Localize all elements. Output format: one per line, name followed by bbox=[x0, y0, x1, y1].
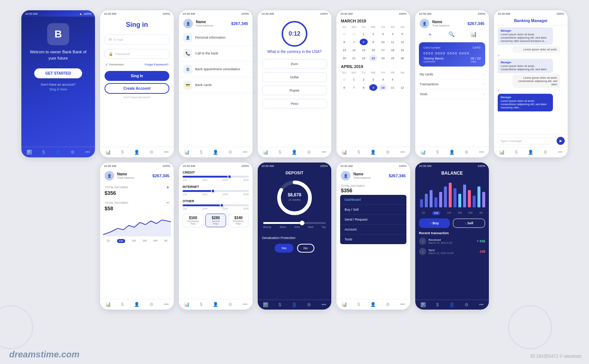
nav-settings-icon-10[interactable]: ⚙ bbox=[307, 302, 311, 307]
nav-settings-icon-8[interactable]: ⚙ bbox=[149, 302, 154, 307]
nav-settings-icon-12[interactable]: ⚙ bbox=[465, 302, 469, 307]
forgot-link[interactable]: Forget Password? bbox=[145, 63, 169, 66]
password-field[interactable]: 🔒 Password bbox=[105, 49, 169, 59]
nav-dollar-icon-3[interactable]: $ bbox=[200, 150, 202, 155]
nav-person-icon-3[interactable]: 👤 bbox=[213, 150, 218, 155]
dropdown-tools[interactable]: Tools bbox=[340, 235, 406, 244]
balance-tab-1d[interactable]: 1D bbox=[422, 211, 425, 215]
dropdown-buysell[interactable]: Buy / Sell bbox=[340, 205, 406, 215]
income-minus-btn[interactable]: − bbox=[166, 200, 169, 206]
nav-settings-icon-5[interactable]: ⚙ bbox=[386, 150, 390, 155]
nav-dollar-icon-8[interactable]: $ bbox=[121, 302, 124, 307]
nav-chart-icon-11[interactable]: 📊 bbox=[342, 302, 347, 307]
nav-more-icon-5[interactable]: ••• bbox=[400, 150, 405, 155]
nav-person-icon-12[interactable]: 👤 bbox=[449, 302, 455, 307]
nav-chart-icon-8[interactable]: 📊 bbox=[105, 302, 111, 307]
nav-dollar-icon-4[interactable]: $ bbox=[279, 150, 281, 155]
nav-settings-icon-9[interactable]: ⚙ bbox=[228, 302, 232, 307]
tab-all-8[interactable]: All bbox=[164, 239, 167, 243]
nav-chart-icon-5[interactable]: 📊 bbox=[342, 150, 347, 155]
balance-tab-all[interactable]: All bbox=[479, 211, 483, 215]
balance-tab-1w[interactable]: 1W bbox=[432, 211, 440, 215]
nav-dollar-icon-6[interactable]: $ bbox=[436, 150, 439, 155]
nav-more-icon-6[interactable]: ••• bbox=[479, 150, 484, 155]
nav-person-icon-1[interactable]: 👤 bbox=[55, 150, 61, 155]
send-button[interactable]: ▶ bbox=[557, 137, 565, 145]
get-started-button[interactable]: GET STARTED bbox=[34, 68, 82, 78]
balance-tab-3m[interactable]: 3M bbox=[458, 211, 462, 215]
nav-chart-icon-3[interactable]: 📊 bbox=[184, 150, 190, 155]
nav-settings-icon-3[interactable]: ⚙ bbox=[228, 150, 232, 155]
quiz-option-peso[interactable]: Peso bbox=[262, 99, 327, 108]
sell-button[interactable]: ↓ Sell bbox=[453, 218, 485, 228]
menu-item-cards[interactable]: 💳 Bank cards bbox=[179, 77, 253, 93]
nav-settings-icon-1[interactable]: ⚙ bbox=[71, 150, 75, 155]
menu-item-call[interactable]: 📞 Call to the bank bbox=[179, 46, 253, 61]
nav-chart-icon-1[interactable]: 📊 bbox=[27, 150, 32, 155]
nav-more-icon-10[interactable]: ••• bbox=[321, 302, 326, 307]
card-menu-transactions[interactable]: Transactions › bbox=[415, 79, 489, 89]
nav-dollar-icon-9[interactable]: $ bbox=[200, 302, 202, 307]
nav-chart-icon-12[interactable]: 📊 bbox=[420, 302, 426, 307]
plan-normal[interactable]: $280 normal Plan bbox=[205, 214, 226, 227]
tab-3m-8[interactable]: 3M bbox=[142, 239, 147, 243]
slider-other-thumb[interactable] bbox=[220, 203, 224, 207]
btn-yes[interactable]: Yes bbox=[275, 244, 293, 253]
tab-1w-8[interactable]: 1W bbox=[117, 239, 125, 243]
remember-check[interactable]: ✓ Remember bbox=[105, 63, 124, 67]
card-menu-tools[interactable]: Tools › bbox=[415, 89, 489, 99]
nav-dollar-icon-5[interactable]: $ bbox=[357, 150, 360, 155]
dropdown-dashboard[interactable]: Dashboard bbox=[340, 195, 406, 205]
quiz-option-rupee[interactable]: Rupee bbox=[262, 86, 327, 95]
nav-dollar-icon-2[interactable]: $ bbox=[121, 150, 124, 155]
menu-item-personal[interactable]: 👤 Personal information bbox=[179, 30, 253, 46]
nav-more-icon-7[interactable]: ••• bbox=[558, 150, 562, 155]
nav-more-icon-1[interactable]: ••• bbox=[85, 150, 90, 155]
tab-1d-8[interactable]: 1D bbox=[106, 239, 110, 243]
dropdown-account[interactable]: Account bbox=[340, 225, 406, 235]
deposit-slider-bar[interactable] bbox=[263, 222, 326, 224]
nav-dollar-icon-7[interactable]: $ bbox=[515, 150, 518, 155]
slider-other-bar[interactable] bbox=[183, 204, 249, 206]
nav-chart-icon-10[interactable]: 📊 bbox=[263, 302, 268, 307]
nav-dollar-icon-1[interactable]: $ bbox=[42, 150, 45, 155]
quiz-option-dollar[interactable]: Dollar bbox=[262, 72, 327, 82]
balance-tab-1m[interactable]: 1M bbox=[447, 211, 451, 215]
slider-internet-thumb[interactable] bbox=[211, 189, 215, 193]
card-menu-my-cards[interactable]: My cards › bbox=[415, 69, 489, 79]
tab-1m-8[interactable]: 1M bbox=[132, 239, 136, 243]
nav-chart-icon-2[interactable]: 📊 bbox=[105, 150, 111, 155]
nav-more-icon-11[interactable]: ••• bbox=[400, 302, 405, 307]
nav-chart-icon-9[interactable]: 📊 bbox=[184, 302, 190, 307]
nav-person-icon-2[interactable]: 👤 bbox=[134, 150, 140, 155]
chart-icon[interactable]: 📊 bbox=[470, 31, 477, 38]
nav-more-icon-8[interactable]: ••• bbox=[164, 302, 169, 307]
balance-tab-6m[interactable]: 6M bbox=[469, 211, 473, 215]
slider-credit-bar[interactable] bbox=[183, 176, 249, 178]
nav-person-icon-10[interactable]: 👤 bbox=[292, 302, 297, 307]
nav-settings-icon-2[interactable]: ⚙ bbox=[149, 150, 154, 155]
nav-person-icon-6[interactable]: 👤 bbox=[449, 150, 455, 155]
quiz-option-euro[interactable]: Euro bbox=[262, 59, 327, 69]
add-icon[interactable]: ＋ bbox=[427, 31, 433, 38]
dropdown-sendrequest[interactable]: Send / Request bbox=[340, 215, 406, 225]
nav-dollar-icon-11[interactable]: $ bbox=[357, 302, 360, 307]
slider-credit-thumb[interactable] bbox=[228, 175, 232, 179]
nav-person-icon-4[interactable]: 👤 bbox=[292, 150, 297, 155]
email-field[interactable]: ✉ E-mail bbox=[105, 35, 169, 44]
btn-no[interactable]: No bbox=[297, 244, 315, 253]
chat-input[interactable]: Type a message ... bbox=[497, 138, 555, 144]
nav-person-icon-8[interactable]: 👤 bbox=[134, 302, 140, 307]
create-account-button[interactable]: Create Account bbox=[105, 83, 169, 94]
menu-item-appointment[interactable]: 🏦 Bank appointment consultatico bbox=[179, 61, 253, 77]
nav-person-icon-11[interactable]: 👤 bbox=[370, 302, 376, 307]
plan-economy[interactable]: $160 Economy Plan bbox=[183, 214, 204, 227]
nav-more-icon-12[interactable]: ••• bbox=[479, 302, 484, 307]
nav-person-icon-7[interactable]: 👤 bbox=[528, 150, 533, 155]
tab-6m-8[interactable]: 6M bbox=[154, 239, 158, 243]
buy-button[interactable]: ↑ Buy bbox=[419, 218, 450, 228]
nav-more-icon-4[interactable]: ••• bbox=[321, 150, 326, 155]
nav-chart-icon-4[interactable]: 📊 bbox=[263, 150, 268, 155]
nav-settings-icon-7[interactable]: ⚙ bbox=[543, 150, 547, 155]
plan-freedom[interactable]: $340 Freedom Plan bbox=[228, 214, 249, 227]
